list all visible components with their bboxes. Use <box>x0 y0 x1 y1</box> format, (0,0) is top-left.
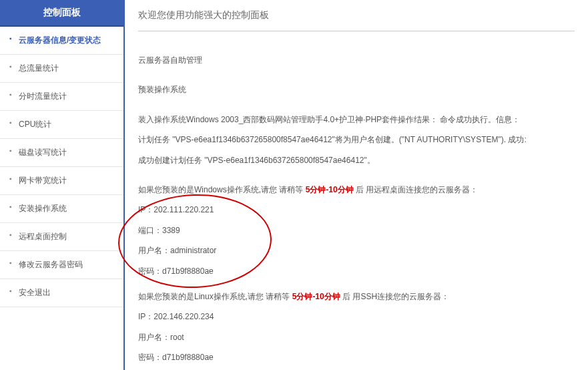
win-ip-value: 202.111.220.221 <box>154 205 214 214</box>
linux-instruction: 如果您预装的是Linux操作系统,请您 请稍等 5分钟-10分钟 后 用SSH连… <box>138 288 575 305</box>
sidebar-item-label: 远程桌面控制 <box>19 232 67 241</box>
sidebar-item-label: 修改云服务器密码 <box>19 260 83 269</box>
page-title: 云服务器自助管理 <box>138 51 575 69</box>
win-pwd-value: d71b9f8880ae <box>162 266 214 276</box>
page-subtitle: 预装操作系统 <box>138 81 575 98</box>
linux-user-value: root <box>170 333 184 342</box>
sidebar-item-label: CPU统计 <box>19 120 51 129</box>
wait-time-2: 5分钟-10分钟 <box>292 292 340 301</box>
windows-instruction: 如果您预装的是Windows操作系统,请您 请稍等 5分钟-10分钟 后 用远程… <box>138 181 575 198</box>
sidebar-header: 控制面板 <box>0 0 123 27</box>
user-label-2: 用户名： <box>138 333 170 342</box>
linux-ip-value: 202.146.220.234 <box>154 312 214 321</box>
linux-post: 后 用SSH连接您的云服务器： <box>340 292 449 301</box>
sidebar-item-cpu-stats[interactable]: CPU统计 <box>0 111 123 139</box>
user-label: 用户名： <box>138 246 170 255</box>
sidebar-item-install-os[interactable]: 安装操作系统 <box>0 195 123 223</box>
ip-label-2: IP： <box>138 312 154 321</box>
sidebar-item-label: 总流量统计 <box>19 63 59 73</box>
main-content: 欢迎您使用功能强大的控制面板 云服务器自助管理 预装操作系统 装入操作系统Win… <box>123 0 588 370</box>
wait-time: 5分钟-10分钟 <box>306 185 354 194</box>
sidebar-item-logout[interactable]: 安全退出 <box>0 279 123 307</box>
install-msg-3: 成功创建计划任务 "VPS-e6ea1f1346b637265800f8547a… <box>138 152 575 169</box>
port-value: 3389 <box>162 226 180 235</box>
sidebar-item-change-password[interactable]: 修改云服务器密码 <box>0 251 123 279</box>
pwd-label: 密码： <box>138 266 162 276</box>
sidebar-item-label: 安全退出 <box>19 288 51 297</box>
pwd-label-2: 密码： <box>138 353 162 362</box>
sidebar-item-disk-stats[interactable]: 磁盘读写统计 <box>0 139 123 167</box>
port-label: 端口： <box>138 226 162 235</box>
sidebar-item-label: 分时流量统计 <box>19 91 67 101</box>
sidebar-item-hourly-traffic[interactable]: 分时流量统计 <box>0 83 123 111</box>
sidebar-item-label: 云服务器信息/变更状态 <box>19 35 101 45</box>
install-result: 装入操作系统Windows 2003_西部数码网站管理助手4.0+护卫神·PHP… <box>138 111 575 169</box>
install-msg-1: 装入操作系统Windows 2003_西部数码网站管理助手4.0+护卫神·PHP… <box>138 111 575 128</box>
win-user-value: administrator <box>170 246 216 255</box>
sidebar-item-server-info[interactable]: 云服务器信息/变更状态 <box>0 27 123 55</box>
sidebar: 控制面板 云服务器信息/变更状态 总流量统计 分时流量统计 CPU统计 磁盘读写… <box>0 0 123 370</box>
sidebar-item-label: 磁盘读写统计 <box>19 148 67 157</box>
win-pre: 如果您预装的是Windows操作系统,请您 请稍等 <box>138 185 306 194</box>
page-welcome: 欢迎您使用功能强大的控制面板 <box>138 0 575 31</box>
windows-credentials: IP：202.111.220.221 端口：3389 用户名：administr… <box>138 201 575 280</box>
linux-pre: 如果您预装的是Linux操作系统,请您 请稍等 <box>138 292 292 301</box>
sidebar-item-remote-desktop[interactable]: 远程桌面控制 <box>0 223 123 251</box>
win-post: 后 用远程桌面连接您的云服务器： <box>354 185 479 194</box>
sidebar-item-label: 网卡带宽统计 <box>19 176 67 185</box>
install-msg-2: 计划任务 "VPS-e6ea1f1346b637265800f8547ae464… <box>138 131 575 148</box>
sidebar-item-nic-stats[interactable]: 网卡带宽统计 <box>0 167 123 195</box>
ip-label: IP： <box>138 205 154 214</box>
linux-pwd-value: d71b9f8880ae <box>162 353 214 362</box>
sidebar-item-label: 安装操作系统 <box>19 204 67 213</box>
sidebar-item-total-traffic[interactable]: 总流量统计 <box>0 55 123 83</box>
